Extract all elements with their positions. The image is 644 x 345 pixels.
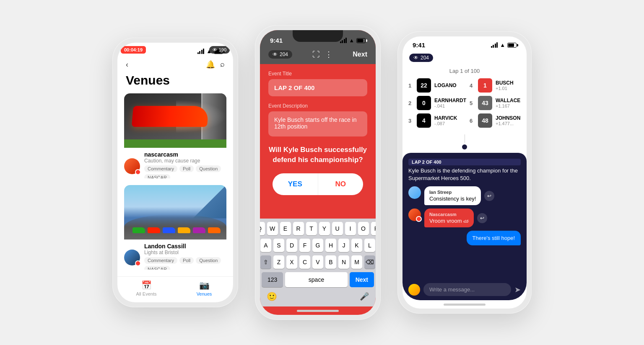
key-m[interactable]: M — [351, 255, 362, 269]
eye-icon-phone2: 👁 — [273, 51, 278, 57]
standing-wallace: 5 43 WALLACE +1.167 — [470, 96, 521, 110]
reply-icon-ian[interactable]: ↩ — [484, 191, 494, 201]
venue-tags-2: Commentary Poll Question NASCAR — [144, 257, 226, 270]
key-w[interactable]: W — [267, 222, 278, 235]
lap-event-badge: LAP 2 OF 400 — [408, 159, 521, 165]
next-button[interactable]: Next — [353, 51, 367, 58]
key-space[interactable]: space — [285, 272, 347, 287]
num-1: 1 — [478, 78, 492, 93]
venue-author-2: Landon Cassill — [144, 243, 226, 250]
notification-icon[interactable]: 🔔 — [206, 60, 215, 69]
signal-icon-3 — [491, 42, 498, 48]
key-next[interactable]: Next — [350, 272, 374, 287]
key-shift[interactable]: ⇧ — [260, 255, 271, 269]
venue-sub-1: Caution, may cause rage — [144, 158, 226, 164]
key-i[interactable]: I — [345, 222, 356, 235]
key-o[interactable]: O — [358, 222, 369, 235]
kb-row-2: A S D F G H J K L — [262, 239, 374, 252]
title-label: Event Title — [268, 71, 367, 77]
nav-icons: 🔔 ⌕ — [206, 60, 225, 69]
key-n[interactable]: N — [338, 255, 349, 269]
key-p[interactable]: P — [371, 222, 376, 235]
standing-johnson: 6 48 JOHNSON +1.477... — [470, 113, 521, 128]
reply-icon-nasc[interactable]: ↩ — [477, 213, 487, 223]
key-e[interactable]: E — [280, 222, 291, 235]
key-j[interactable]: J — [338, 239, 349, 252]
driver-harvick: HARVICK -.087 — [434, 115, 457, 126]
send-icon[interactable]: ➤ — [514, 285, 521, 294]
key-f[interactable]: F — [299, 239, 310, 252]
key-h[interactable]: H — [325, 239, 336, 252]
yes-no-row: YES NO — [273, 173, 363, 195]
key-k[interactable]: K — [351, 239, 362, 252]
text-nasc: Vroom vroom 🏎 — [429, 218, 469, 224]
key-b[interactable]: B — [325, 255, 336, 269]
venues-icon: 📷 — [199, 280, 210, 290]
topbar-icons: ⛶ ⋮ — [312, 50, 332, 59]
no-button[interactable]: NO — [318, 173, 364, 195]
kb-row-3: ⇧ Z X C V B N M ⌫ — [262, 255, 374, 269]
yes-button[interactable]: YES — [273, 173, 318, 195]
kb-emoji-row: 🙂 🎤 — [262, 289, 374, 305]
more-icon[interactable]: ⋮ — [325, 50, 332, 59]
home-bar-2 — [297, 310, 339, 312]
pos-1: 1 — [408, 82, 413, 89]
phone-event: 9:41 ▲ 👁 204 — [255, 25, 381, 320]
status-bar-3: 9:41 ▲ — [402, 36, 527, 51]
chat-section: LAP 2 OF 400 Kyle Busch is the defending… — [402, 153, 527, 300]
key-s[interactable]: S — [273, 239, 284, 252]
emoji-icon[interactable]: 🙂 — [267, 291, 277, 301]
driver-earnhardt: EARNHARDT -.041 — [434, 98, 466, 108]
phone1-nav: ‹ 🔔 ⌕ — [117, 57, 233, 73]
key-v[interactable]: V — [312, 255, 323, 269]
key-a[interactable]: A — [260, 239, 271, 252]
my-avatar — [408, 284, 420, 296]
venue-card-2[interactable]: 00:04:19 👁 190 Landon Cassill Lights at … — [124, 185, 226, 270]
back-button[interactable]: ‹ — [126, 60, 128, 69]
mic-icon[interactable]: 🎤 — [360, 292, 369, 301]
expand-icon[interactable]: ⛶ — [312, 50, 320, 59]
driver-busch: BUSCH +1.01 — [496, 80, 514, 91]
sender-ian: Ian Streep — [429, 190, 476, 195]
message-input[interactable]: Write a message... — [423, 283, 511, 296]
search-icon[interactable]: ⌕ — [220, 60, 225, 69]
scene: 9:41 ▲ ‹ 🔔 ⌕ — [96, 8, 548, 337]
tab-venues-label: Venues — [197, 291, 212, 296]
tag-nascar: NASCAR — [144, 174, 170, 178]
key-z[interactable]: Z — [273, 255, 284, 269]
key-l[interactable]: L — [364, 239, 375, 252]
bubble-nasc: Nascarcasm Vroom vroom 🏎 — [424, 209, 474, 227]
num-0: 0 — [417, 96, 431, 110]
lap-event-text: Kyle Busch is the defending champion for… — [408, 167, 521, 182]
keyboard: Q W E R T Y U I O P A S D — [260, 219, 376, 306]
blue-bubble: There's still hope! — [467, 231, 521, 245]
key-123[interactable]: 123 — [262, 272, 283, 287]
key-q[interactable]: Q — [260, 222, 265, 235]
num-22: 22 — [417, 78, 431, 93]
key-y[interactable]: Y — [319, 222, 330, 235]
key-t[interactable]: T — [306, 222, 317, 235]
venue-tags-1: Commentary Poll Question NASCAR — [144, 165, 226, 178]
key-c[interactable]: C — [299, 255, 310, 269]
bottom-tabs: 📅 All Events 📷 Venues — [117, 276, 233, 302]
tag-question-2: Question — [196, 257, 221, 264]
key-r[interactable]: R — [293, 222, 304, 235]
pos-5: 5 — [470, 100, 475, 106]
live-badge-2 — [135, 260, 141, 266]
key-backspace[interactable]: ⌫ — [364, 255, 375, 269]
key-g[interactable]: G — [312, 239, 323, 252]
title-input[interactable]: LAP 2 OF 400 — [268, 79, 367, 96]
key-u[interactable]: U — [332, 222, 343, 235]
key-d[interactable]: D — [286, 239, 297, 252]
tab-all-events[interactable]: 📅 All Events — [117, 280, 175, 296]
key-x[interactable]: X — [286, 255, 297, 269]
desc-input[interactable]: Kyle Busch starts off the race in 12th p… — [268, 111, 367, 136]
venue-image-nascar — [124, 93, 226, 148]
tab-venues[interactable]: 📷 Venues — [175, 280, 233, 296]
driver-johnson: JOHNSON +1.477... — [496, 115, 520, 126]
avatar-ian — [408, 186, 421, 199]
venue-info-1: nascarcasm Caution, may cause rage Comme… — [124, 148, 226, 178]
wifi-icon-2: ▲ — [349, 37, 354, 44]
venue-card-1[interactable]: 00:04:19 👁 190 nascarcasm Caution, may c… — [124, 93, 226, 178]
battery-icon-3 — [507, 43, 517, 48]
